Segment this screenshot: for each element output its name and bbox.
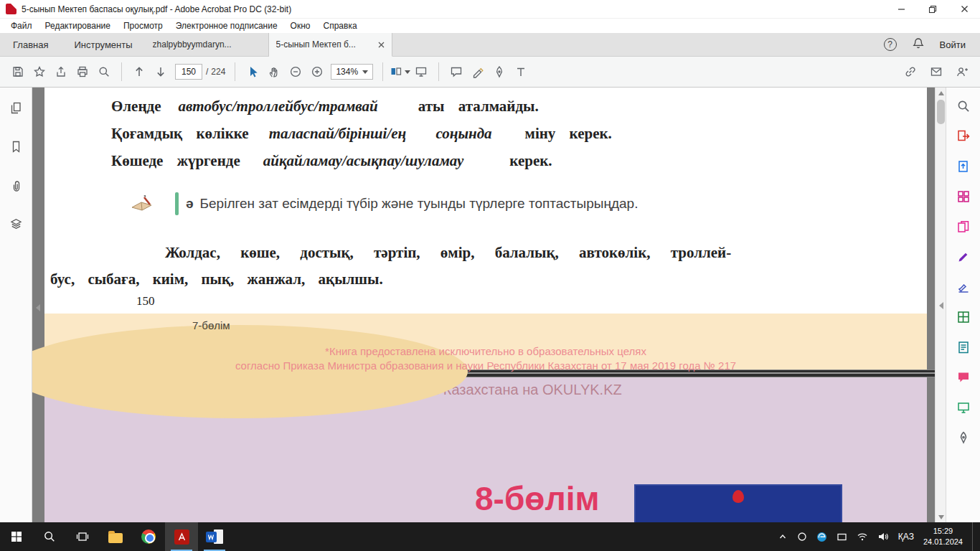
document-canvas[interactable]: Өлеңдеавтобус/троллейбус/трамвайаты атал… [32, 88, 935, 522]
share-person-icon[interactable] [951, 61, 973, 83]
network-icon[interactable] [857, 532, 868, 542]
word-taskbar-icon[interactable] [198, 522, 231, 551]
menu-window[interactable]: Окно [284, 19, 317, 32]
tab-home[interactable]: Главная [0, 33, 61, 56]
search-icon[interactable] [952, 95, 975, 118]
word-list-line-1: Жолдас, көше, достық, тәртіп, өмір, бала… [165, 244, 731, 262]
page-display-select[interactable] [390, 65, 410, 78]
next-page-icon[interactable] [150, 61, 171, 83]
zoom-level-select[interactable]: 134% [331, 64, 373, 80]
fill-sign-icon[interactable] [952, 276, 975, 298]
taskbar-search-icon[interactable] [33, 522, 66, 551]
menu-view[interactable]: Просмотр [117, 19, 169, 32]
tab-close-icon[interactable] [378, 42, 385, 48]
line1-tail: аты аталмайды. [418, 98, 539, 115]
minimize-button[interactable] [885, 0, 917, 18]
save-icon[interactable] [7, 61, 29, 83]
comment-icon[interactable] [952, 366, 975, 389]
text-line-3: Көшеде жүргендеайқайламау/асықпау/шулама… [111, 152, 552, 170]
watermark-line-1: *Книга предоставлена исключительно в обр… [44, 345, 927, 357]
chrome-icon[interactable] [132, 522, 165, 551]
share-upload-icon[interactable] [50, 61, 72, 83]
reading-mode-icon[interactable] [410, 61, 432, 83]
add-text-tool-icon[interactable] [510, 61, 532, 83]
exercise-instruction: Берілген зат есімдерді түбір және туынды… [200, 196, 639, 211]
acrobat-taskbar-icon[interactable] [165, 522, 198, 551]
exercise-letter: ә [186, 196, 194, 211]
page-separator: / [206, 67, 208, 77]
page-number-input[interactable] [175, 64, 202, 80]
volume-icon[interactable] [877, 532, 889, 542]
tab-tools[interactable]: Инструменты [61, 33, 145, 56]
line3-choices: айқайламау/асықпау/шуламау [263, 152, 464, 169]
organize-pages-icon[interactable] [952, 185, 975, 208]
draw-tool-icon[interactable] [489, 61, 510, 83]
line2-lead: Қоғамдық көлікке [111, 125, 249, 142]
word-list-line-2: бус, сыбаға, киім, пық, жанжал, ақылшы. [50, 270, 383, 288]
file-explorer-icon[interactable] [99, 522, 132, 551]
bookmarks-icon[interactable] [6, 136, 26, 156]
title-bar: 5-сынып Мектеп баспасы оқулық.pdf - Adob… [0, 0, 980, 19]
toolbar-right-group [900, 61, 973, 83]
clock-date: 24.01.2024 [923, 537, 963, 547]
language-indicator[interactable]: ҚАЗ [898, 532, 914, 542]
menu-file[interactable]: Файл [4, 19, 39, 32]
page-thumbnails-icon[interactable] [6, 98, 26, 118]
watermark-line-2: согласно Приказа Министра образования и … [44, 359, 927, 372]
hand-tool-icon[interactable] [263, 61, 285, 83]
attachments-icon[interactable] [6, 175, 26, 195]
vertical-scrollbar[interactable] [935, 88, 946, 522]
menu-help[interactable]: Справка [317, 19, 364, 32]
print-icon[interactable] [72, 61, 93, 83]
notifications-bell-icon[interactable] [913, 37, 924, 52]
collapse-right-panel-icon[interactable] [937, 298, 946, 314]
page-total-count: 224 [211, 67, 225, 77]
edge-tray-icon[interactable] [816, 532, 827, 542]
hidden-icons-chevron[interactable] [778, 532, 788, 542]
toolbar-separator [235, 62, 235, 81]
collapse-left-panel-icon[interactable] [34, 300, 42, 316]
sign-in-button[interactable]: Войти [940, 39, 966, 50]
zoom-in-icon[interactable] [306, 61, 328, 83]
edit-pdf-icon[interactable] [952, 245, 975, 268]
show-desktop-button[interactable] [972, 522, 976, 551]
scroll-up-icon[interactable] [936, 88, 946, 98]
create-pdf-icon[interactable] [952, 155, 975, 178]
line2-choices: таласпай/бірінші/ең соңында [269, 125, 492, 142]
link-icon[interactable] [900, 61, 921, 83]
taskbar-clock[interactable]: 15:29 24.01.2024 [923, 526, 963, 547]
comment-tool-icon[interactable] [446, 61, 467, 83]
start-button[interactable] [0, 522, 33, 551]
export-pdf-icon[interactable] [952, 125, 975, 148]
menu-esign[interactable]: Электронное подписание [169, 19, 284, 32]
layers-icon[interactable] [6, 214, 26, 234]
display-tray-icon[interactable] [837, 532, 847, 542]
page-number-label: 150 [136, 294, 155, 309]
send-for-review-icon[interactable] [952, 396, 975, 419]
highlight-tool-icon[interactable] [467, 61, 489, 83]
tray-status-icon[interactable] [797, 532, 807, 542]
restore-button[interactable] [917, 0, 948, 18]
select-tool-icon[interactable] [242, 61, 263, 83]
favorite-star-icon[interactable] [29, 61, 50, 83]
certificates-icon[interactable] [952, 426, 975, 449]
prepare-form-icon[interactable] [952, 336, 975, 359]
right-tools-rail [946, 88, 980, 522]
menu-edit[interactable]: Редактирование [39, 19, 117, 32]
scrollbar-thumb[interactable] [937, 100, 945, 124]
combine-files-icon[interactable] [952, 215, 975, 238]
find-icon[interactable] [93, 61, 115, 83]
scroll-down-icon[interactable] [936, 512, 946, 522]
clock-time: 15:29 [923, 526, 963, 537]
doc-tab-inactive[interactable]: zhalpybbyymdaryn... [146, 33, 269, 56]
acrobat-app-icon [6, 4, 17, 14]
task-view-icon[interactable] [66, 522, 99, 551]
close-button[interactable] [948, 0, 980, 18]
line1-choices: автобус/троллейбус/трамвай [178, 98, 377, 115]
help-icon[interactable]: ? [884, 38, 897, 51]
email-icon[interactable] [925, 61, 947, 83]
doc-tab-active[interactable]: 5-сынып Мектеп б... [269, 33, 392, 57]
export-excel-icon[interactable] [952, 306, 975, 329]
zoom-out-icon[interactable] [285, 61, 306, 83]
previous-page-icon[interactable] [128, 61, 150, 83]
